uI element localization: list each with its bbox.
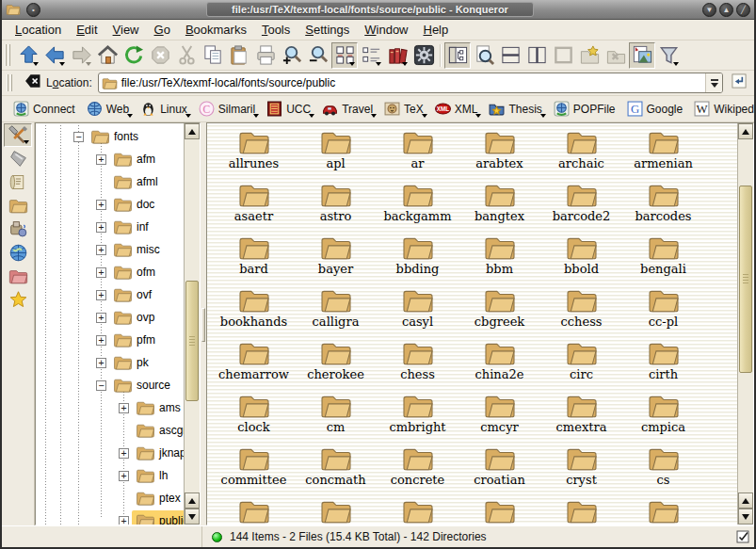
folder-item-croatian[interactable]: croatian [458,444,540,496]
tree-label-row[interactable]: source [109,375,174,396]
bookmark-item-silmaril[interactable]: CSilmaril [193,98,261,120]
tree-item-ptex[interactable]: ptex [36,487,184,509]
forward-arrow-button[interactable] [68,42,94,69]
tree-label-row[interactable]: ofm [109,262,159,283]
folder-item-barcodes[interactable]: barcodes [622,180,704,233]
go-button[interactable] [728,72,750,94]
menu-edit[interactable]: Edit [69,21,105,39]
folder-item-partial[interactable] [540,496,622,525]
tree-expander-expand[interactable]: + [119,516,129,525]
bookmarks-star-button[interactable] [4,288,32,312]
folder-item-bookhands[interactable]: bookhands [213,285,295,338]
location-combobox[interactable]: file:/usr/TeX/texmf-local/fonts/source/p… [98,73,723,93]
bookmark-item-tex[interactable]: TeX [378,98,429,120]
tree-expander-expand[interactable]: + [96,245,106,255]
menu-location[interactable]: Location [8,21,69,39]
paste-button[interactable] [226,42,252,69]
folder-item-clock[interactable]: clock [213,391,295,444]
tree-scroll-down-button[interactable] [185,509,200,525]
tree-label-row[interactable]: inf [109,217,153,237]
tree-label-row[interactable]: ascgrp [132,420,184,441]
tree-expander-expand[interactable]: + [96,358,106,368]
zoom-in-button[interactable] [279,42,305,69]
tree-item-jknappen[interactable]: +jknappen [36,442,184,464]
bookmark-item-ucc[interactable]: UCC [261,98,316,120]
titlebar[interactable]: • file:/usr/TeX/texmf-local/fonts/source… [2,0,754,20]
home-folder-button[interactable] [4,194,32,218]
tree-scroll-thumb[interactable] [185,281,199,401]
menu-tools[interactable]: Tools [254,21,298,39]
folder-item-partial[interactable] [295,496,377,525]
main-scroll-track[interactable] [738,139,753,492]
tree-item-ofm[interactable]: +ofm [36,261,184,283]
up-arrow-button[interactable] [15,42,41,69]
bookmark-item-connect[interactable]: Connect [8,98,81,120]
tree-expander-collapse[interactable]: − [73,132,84,142]
folder-item-bbold[interactable]: bbold [540,233,622,285]
folder-item-asaetr[interactable]: asaetr [213,180,295,233]
network-globe-button[interactable] [4,241,32,265]
folder-item-bayer[interactable]: bayer [295,233,377,285]
folder-item-bard[interactable]: bard [213,233,295,285]
location-input[interactable]: file:/usr/TeX/texmf-local/fonts/source/p… [121,76,705,89]
tree-label-row[interactable]: ovp [109,307,158,328]
print-button[interactable] [252,42,279,69]
tree-label-row[interactable]: afml [109,171,162,192]
folder-item-chess[interactable]: chess [377,338,458,391]
main-scrollbar[interactable] [737,123,753,525]
folder-item-concrete[interactable]: concrete [377,444,458,496]
close-button[interactable]: ╱ [736,3,750,17]
tree-item-doc[interactable]: +doc [36,193,184,216]
window-menu-button[interactable]: • [26,3,40,17]
tree-expander-expand[interactable]: + [96,267,106,278]
stop-button[interactable] [147,42,173,69]
folder-item-partial[interactable] [622,496,704,525]
clear-location-button[interactable] [22,72,44,94]
folder-item-cirth[interactable]: cirth [622,338,704,391]
split-vertical-button[interactable] [523,42,550,69]
folder-item-barcode2[interactable]: barcode2 [540,180,622,233]
tree-label-row[interactable]: afm [109,149,159,170]
copy-button[interactable] [200,42,226,69]
bookmark-tag-button[interactable] [4,147,32,170]
menu-help[interactable]: Help [416,21,457,39]
menu-view[interactable]: View [105,21,147,39]
tree-expander-expand[interactable]: + [96,313,106,323]
tree-item-afm[interactable]: +afm [36,148,184,170]
folder-item-astro[interactable]: astro [295,180,377,233]
tree-item-pfm[interactable]: +pfm [36,329,184,351]
folder-item-chemarrow[interactable]: chemarrow [213,338,295,391]
tree-scroll-up-button[interactable] [185,123,200,139]
bookmark-item-wikipedia[interactable]: WWikipedia [688,98,756,120]
new-tab-button[interactable] [576,42,603,69]
tree-label-row[interactable]: public [132,510,184,525]
zoom-out-button[interactable] [305,42,331,69]
bookmark-item-popfile[interactable]: POPFile [548,98,621,120]
tree-expander-expand[interactable]: + [96,154,106,165]
main-scroll-down-button[interactable] [738,509,753,525]
tree-label-row[interactable]: pfm [109,330,159,350]
folder-item-cmcyr[interactable]: cmcyr [458,391,540,444]
panel-splitter[interactable] [201,122,206,525]
find-file-button[interactable] [471,42,497,69]
tree-expander-expand[interactable]: + [96,200,106,210]
home-button[interactable] [94,42,121,69]
locationbar-grip[interactable] [7,74,14,91]
tree-label-row[interactable]: misc [109,239,164,260]
tree-item-lh[interactable]: +lh [36,464,184,487]
konqueror-gear-button[interactable] [410,42,437,69]
tree-expander-expand[interactable]: + [96,290,106,300]
maximize-button[interactable]: ▲ [719,3,733,17]
bookmark-item-google[interactable]: GGoogle [621,98,689,120]
back-arrow-button[interactable] [41,42,68,69]
menu-go[interactable]: Go [147,21,178,39]
folder-item-committee[interactable]: committee [213,444,295,496]
folder-item-partial[interactable] [458,496,540,525]
tree-label-row[interactable]: doc [109,194,158,215]
folder-item-partial[interactable] [377,496,458,525]
folder-item-partial[interactable] [213,496,295,525]
tree-label-row[interactable]: fonts [87,126,142,147]
filter-button[interactable] [655,42,682,69]
tree-label-row[interactable]: ptex [132,488,184,509]
icon-view-button[interactable] [331,42,358,69]
